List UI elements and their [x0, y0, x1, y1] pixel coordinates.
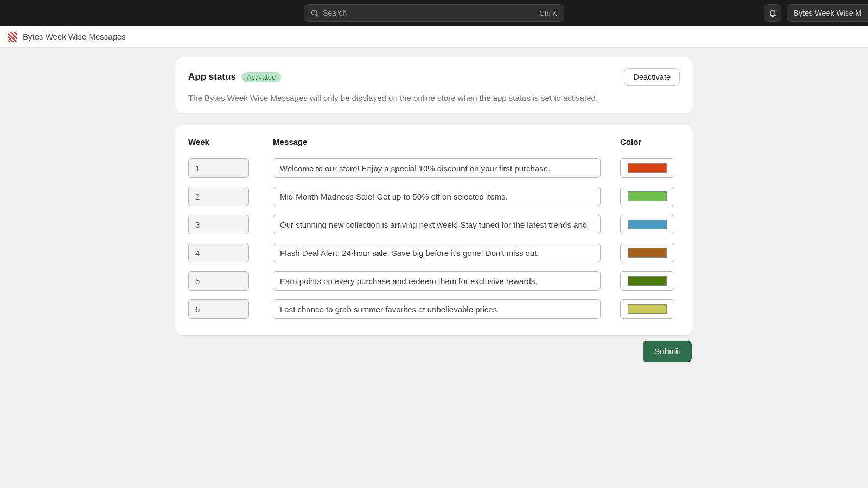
- color-picker[interactable]: [620, 215, 674, 234]
- color-swatch: [628, 163, 667, 173]
- color-picker[interactable]: [620, 187, 674, 206]
- topbar: Search Ctrl K Bytes Week Wise M: [0, 0, 868, 26]
- color-picker[interactable]: [620, 243, 674, 262]
- search-input[interactable]: Search Ctrl K: [304, 4, 564, 22]
- color-picker[interactable]: [620, 299, 674, 319]
- week-input[interactable]: [188, 299, 249, 319]
- svg-line-1: [316, 15, 318, 17]
- app-icon: [8, 32, 17, 42]
- message-input[interactable]: [273, 187, 601, 206]
- color-picker[interactable]: [620, 158, 674, 178]
- table-row: [188, 295, 680, 323]
- col-header-message: Message: [273, 137, 601, 146]
- search-icon: [311, 9, 318, 17]
- week-input[interactable]: [188, 158, 249, 178]
- table-row: [188, 210, 680, 239]
- color-swatch: [628, 304, 667, 314]
- bell-icon: [769, 9, 777, 17]
- message-input[interactable]: [273, 299, 601, 319]
- week-input[interactable]: [188, 271, 249, 291]
- breadcrumb: Bytes Week Wise Messages: [0, 26, 868, 48]
- table-row: [188, 182, 680, 210]
- notifications-button[interactable]: [764, 4, 781, 22]
- color-swatch: [628, 248, 667, 258]
- week-input[interactable]: [188, 243, 249, 262]
- table-row: [188, 154, 680, 182]
- table-row: [188, 239, 680, 267]
- search-placeholder: Search: [323, 9, 540, 17]
- submit-button[interactable]: Submit: [643, 341, 692, 362]
- col-header-week: Week: [188, 137, 253, 146]
- color-swatch: [628, 220, 667, 229]
- message-input[interactable]: [273, 215, 601, 234]
- account-menu[interactable]: Bytes Week Wise M: [787, 4, 868, 22]
- status-title: App status: [188, 72, 236, 82]
- status-card: App status Activated Deactivate The Byte…: [176, 57, 692, 113]
- messages-table: Week Message Color: [176, 125, 692, 335]
- message-input[interactable]: [273, 158, 601, 178]
- account-label: Bytes Week Wise M: [794, 9, 861, 17]
- message-input[interactable]: [273, 243, 601, 262]
- week-input[interactable]: [188, 215, 249, 234]
- deactivate-button[interactable]: Deactivate: [624, 68, 680, 86]
- col-header-color: Color: [620, 137, 680, 146]
- color-picker[interactable]: [620, 271, 674, 291]
- table-row: [188, 267, 680, 295]
- svg-point-0: [312, 10, 317, 15]
- status-badge: Activated: [241, 72, 281, 82]
- color-swatch: [628, 191, 667, 201]
- status-description: The Bytes Week Wise Messages will only b…: [188, 93, 680, 102]
- message-input[interactable]: [273, 271, 601, 291]
- week-input[interactable]: [188, 187, 249, 206]
- color-swatch: [628, 276, 667, 286]
- app-name: Bytes Week Wise Messages: [23, 32, 126, 41]
- search-shortcut: Ctrl K: [540, 9, 558, 17]
